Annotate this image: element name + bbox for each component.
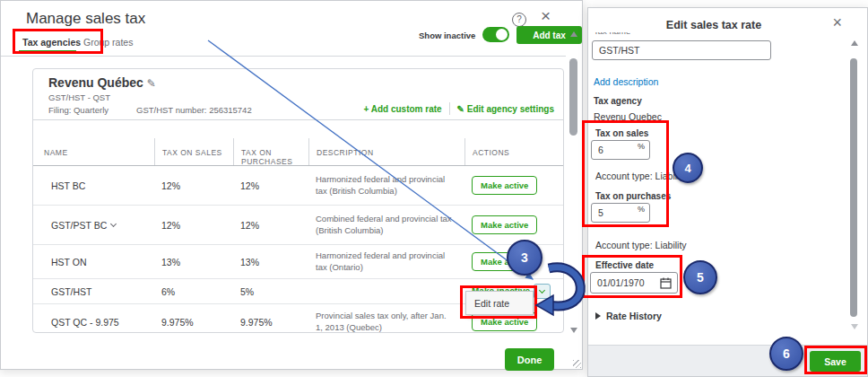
edit-rate-menu-item[interactable]: Edit rate (465, 291, 534, 315)
links-separator (449, 102, 450, 115)
add-description-link[interactable]: Add description (594, 76, 658, 87)
save-button[interactable]: Save (810, 351, 861, 372)
tabs-divider (1, 56, 566, 57)
tab-group-rates[interactable]: Group rates (83, 37, 133, 48)
chevron-down-icon[interactable] (110, 220, 117, 226)
done-button[interactable]: Done (505, 348, 554, 371)
chevron-down-icon (539, 287, 545, 294)
percent-sign: % (638, 142, 645, 151)
agency-filing: Filing: Quarterly (48, 105, 108, 115)
row-tax-on-sales: 13% (154, 257, 233, 267)
header-actions: ACTIONS (464, 138, 564, 165)
scrollbar-thumb[interactable] (569, 58, 577, 136)
row-actions-dropdown-button[interactable] (534, 284, 551, 299)
scroll-up-arrow[interactable] (570, 31, 577, 37)
row-description: Provincial sales tax only, after Jan. 1,… (308, 311, 464, 333)
tax-name-input[interactable] (592, 40, 771, 60)
tax-name-label: Tax name (594, 32, 630, 36)
manage-sales-tax-dialog: Manage sales tax ? × Tax agencies Group … (0, 0, 583, 370)
tab-tax-agencies[interactable]: Tax agencies (22, 37, 81, 48)
account-type-liability: Account type: Liability (595, 240, 687, 250)
rate-history-toggle[interactable]: Rate History (595, 311, 662, 321)
make-active-button[interactable]: Make active (472, 215, 537, 234)
header-name: NAME (33, 138, 154, 165)
scrollbar-thumb[interactable] (850, 58, 857, 317)
effective-date-field[interactable]: 01/01/1970 (590, 272, 678, 294)
row-tax-on-sales: 12% (154, 180, 233, 191)
effective-date-label: Effective date (595, 260, 654, 270)
row-name: GST/PST BC (33, 220, 154, 231)
toggle-knob (496, 29, 508, 40)
active-tab-underline (19, 50, 76, 53)
step-badge-5: 5 (683, 260, 717, 294)
agency-number: GST/HST number: 256315742 (136, 105, 252, 115)
row-description: Combined federal and provincial tax (Bri… (308, 214, 464, 237)
row-tax-on-purchases: 5% (233, 286, 308, 297)
table-row: GST/PST BC 12% 12% Combined federal and … (33, 206, 564, 245)
step-badge-6: 6 (769, 337, 803, 371)
add-custom-rate-link[interactable]: + Add custom rate (363, 104, 441, 114)
row-name: HST ON (33, 257, 154, 267)
table-row: HST BC 12% 12% Harmonized federal and pr… (33, 166, 564, 206)
tax-agency-value: Revenu Quebec (594, 111, 662, 122)
screen: { "main_dialog": { "title": "Manage sale… (0, 0, 868, 377)
rate-history-label: Rate History (606, 311, 662, 321)
row-tax-on-purchases: 13% (233, 257, 308, 267)
show-inactive-toggle[interactable] (482, 27, 509, 42)
row-tax-on-purchases: 12% (233, 220, 308, 231)
tax-on-sales-label: Tax on sales (595, 128, 648, 138)
row-tax-on-sales: 6% (154, 286, 233, 297)
calendar-icon[interactable] (660, 277, 672, 289)
step-badge-3: 3 (507, 240, 542, 276)
row-tax-on-purchases: 9.975% (233, 317, 308, 328)
row-name: QST QC - 9.975 (33, 317, 154, 328)
row-description: Harmonized federal and provincial tax (O… (308, 250, 464, 274)
table-row: HST ON 13% 13% Harmonized federal and pr… (33, 245, 564, 279)
effective-date-value: 01/01/1970 (591, 277, 660, 288)
edit-agency-name-icon[interactable]: ✎ (147, 77, 156, 90)
edit-sales-tax-rate-panel: Edit sales tax rate × Tax name Add descr… (587, 7, 868, 377)
panel-title: Edit sales tax rate (588, 19, 839, 31)
card-divider (33, 119, 564, 120)
tax-agency-label: Tax agency (594, 96, 642, 106)
scroll-down-arrow[interactable] (570, 328, 577, 333)
resize-handle[interactable] (573, 360, 581, 368)
row-name: GST/HST (33, 286, 154, 297)
header-tax-on-sales: TAX ON SALES (154, 138, 233, 165)
tax-on-purchases-label: Tax on purchases (595, 191, 671, 201)
row-tax-on-purchases: 12% (233, 180, 308, 191)
help-icon[interactable]: ? (512, 13, 526, 27)
agency-codes: GST/HST - QST (48, 92, 110, 102)
tax-on-purchases-field: % (591, 203, 650, 223)
table-header-row: NAME TAX ON SALES TAX ON PURCHASES DESCR… (33, 138, 564, 166)
scroll-down-arrow[interactable] (851, 324, 858, 329)
step-badge-4: 4 (673, 153, 703, 183)
agency-name: Revenu Québec ✎ (48, 75, 156, 90)
edit-agency-settings-link[interactable]: ✎ Edit agency settings (457, 104, 554, 114)
row-description: Harmonized federal and provincial tax (B… (308, 174, 464, 197)
agency-name-text: Revenu Québec (48, 75, 143, 90)
close-icon[interactable]: × (541, 6, 551, 26)
row-tax-on-sales: 9.975% (154, 317, 233, 328)
percent-sign: % (638, 205, 645, 214)
make-active-button[interactable]: Make active (472, 312, 537, 331)
header-description: DESCRIPTION (308, 138, 464, 165)
row-tax-on-sales: 12% (154, 220, 233, 231)
header-tax-on-purchases: TAX ON PURCHASES (233, 138, 308, 165)
close-icon[interactable]: × (832, 13, 842, 32)
show-inactive-label: Show inactive (419, 31, 475, 40)
dialog-title: Manage sales tax (26, 10, 145, 28)
expand-triangle-icon (595, 312, 601, 320)
scroll-up-arrow[interactable] (851, 40, 858, 46)
row-name: HST BC (33, 180, 154, 191)
tax-on-sales-field: % (591, 140, 650, 160)
make-active-button[interactable]: Make active (472, 176, 537, 195)
